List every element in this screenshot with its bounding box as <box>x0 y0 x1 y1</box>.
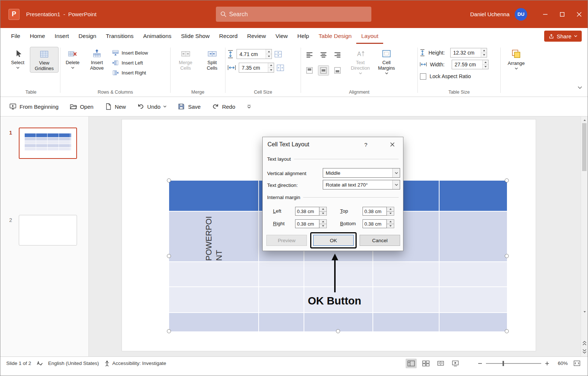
share-button[interactable]: Share <box>544 31 582 42</box>
center-vertically-button[interactable] <box>318 65 329 76</box>
cell-width-down[interactable] <box>268 67 274 72</box>
close-button[interactable] <box>571 0 588 28</box>
arrange-button[interactable]: Arrange <box>505 47 527 70</box>
slide-indicator[interactable]: Slide 1 of 2 <box>6 361 31 366</box>
vertical-scrollbar[interactable] <box>581 116 588 356</box>
next-slide-button[interactable] <box>581 348 588 354</box>
search-box[interactable]: Search <box>216 7 371 22</box>
right-margin-down[interactable] <box>319 224 327 229</box>
collapse-ribbon-button[interactable] <box>574 83 585 92</box>
insert-above-button[interactable]: Insert Above <box>85 47 108 72</box>
vertical-alignment-dropdown[interactable]: Middle <box>323 168 400 178</box>
avatar[interactable]: DU <box>515 8 527 21</box>
language-indicator[interactable]: English (United States) <box>48 361 99 366</box>
tab-help[interactable]: Help <box>293 28 314 44</box>
right-margin-up[interactable] <box>319 219 327 224</box>
selection-handle-bottom-center[interactable] <box>336 329 340 333</box>
tab-layout[interactable]: Layout <box>356 28 383 44</box>
open-button[interactable]: Open <box>70 103 94 110</box>
customize-qat-button[interactable] <box>246 104 252 109</box>
bottom-margin-spinner[interactable] <box>363 219 394 228</box>
align-top-button[interactable] <box>304 65 315 76</box>
insert-left-button[interactable]: Insert Left <box>111 58 151 67</box>
previous-slide-button[interactable] <box>581 340 588 346</box>
selection-handle-mid-left[interactable] <box>167 254 171 258</box>
scroll-up-icon[interactable] <box>581 117 588 123</box>
zoom-level[interactable]: 60% <box>553 361 568 366</box>
lock-aspect-ratio-checkbox[interactable] <box>420 73 426 80</box>
top-margin-up[interactable] <box>387 207 394 212</box>
cell-height-up[interactable] <box>266 49 272 54</box>
accessibility-status[interactable]: Accessibility: Investigate <box>104 360 166 367</box>
cancel-button[interactable]: Cancel <box>360 235 400 246</box>
selection-handle-top-left[interactable] <box>167 178 171 182</box>
bottom-margin-down[interactable] <box>387 224 394 229</box>
selection-handle-bottom-left[interactable] <box>167 329 171 333</box>
bottom-margin-value[interactable] <box>363 219 387 228</box>
tab-design[interactable]: Design <box>74 28 101 44</box>
dropdown-chevron-icon[interactable] <box>392 168 400 177</box>
tab-animations[interactable]: Animations <box>139 28 176 44</box>
scrollbar-thumb[interactable] <box>582 123 587 171</box>
reading-view-button[interactable] <box>435 359 446 368</box>
align-center-button[interactable] <box>318 50 329 60</box>
align-bottom-button[interactable] <box>332 65 343 76</box>
left-margin-value[interactable] <box>295 207 319 216</box>
spellcheck-icon[interactable] <box>36 360 43 367</box>
top-margin-value[interactable] <box>363 207 387 216</box>
dropdown-chevron-icon[interactable] <box>392 180 400 189</box>
new-button[interactable]: New <box>105 103 126 110</box>
zoom-out-icon[interactable] <box>478 361 482 366</box>
view-gridlines-button[interactable]: View Gridlines <box>30 47 59 73</box>
top-margin-down[interactable] <box>387 212 394 216</box>
selection-handle-top-right[interactable] <box>505 178 509 182</box>
minimize-button[interactable] <box>537 0 554 28</box>
left-margin-spinner[interactable] <box>295 207 327 216</box>
table-row[interactable] <box>169 313 507 331</box>
ok-button[interactable]: OK <box>313 235 354 246</box>
zoom-slider[interactable] <box>486 363 541 364</box>
tab-file[interactable]: File <box>6 28 25 44</box>
tab-record[interactable]: Record <box>214 28 242 44</box>
cell-width-input[interactable] <box>239 63 274 73</box>
zoom-slider-thumb[interactable] <box>503 361 504 366</box>
insert-right-button[interactable]: Insert Right <box>111 68 151 77</box>
tab-slide-show[interactable]: Slide Show <box>176 28 214 44</box>
table-width-input[interactable] <box>452 60 489 69</box>
left-margin-up[interactable] <box>319 207 327 212</box>
undo-button[interactable]: Undo <box>137 103 167 110</box>
tab-view[interactable]: View <box>271 28 293 44</box>
save-button[interactable]: Save <box>178 103 200 110</box>
select-button[interactable]: Select <box>7 47 28 70</box>
align-right-button[interactable] <box>332 50 343 60</box>
left-margin-down[interactable] <box>319 212 327 216</box>
table-height-input[interactable] <box>450 48 487 58</box>
dialog-help-button[interactable]: ? <box>361 140 370 149</box>
tab-review[interactable]: Review <box>242 28 271 44</box>
cell-height-input[interactable] <box>237 49 272 59</box>
normal-view-button[interactable] <box>406 359 417 368</box>
tab-insert[interactable]: Insert <box>50 28 74 44</box>
table-width-up[interactable] <box>482 60 488 65</box>
table-height-down[interactable] <box>481 53 487 58</box>
delete-button[interactable]: Delete <box>62 47 83 70</box>
right-margin-spinner[interactable] <box>295 219 327 228</box>
split-cells-button[interactable]: Split Cells <box>200 47 224 72</box>
align-left-button[interactable] <box>304 50 315 60</box>
slide-1-thumbnail[interactable] <box>19 128 77 159</box>
selection-handle-bottom-right[interactable] <box>505 329 509 333</box>
right-margin-value[interactable] <box>295 219 319 228</box>
scroll-down-icon[interactable] <box>581 309 588 315</box>
top-margin-spinner[interactable] <box>363 207 394 216</box>
table-cell-rotated-text[interactable]: POWERPOI​NT <box>169 212 258 261</box>
text-direction-dropdown[interactable]: Rotate all text 270° <box>323 180 400 189</box>
maximize-button[interactable] <box>554 0 571 28</box>
cell-width-up[interactable] <box>268 63 274 67</box>
fit-slide-to-window-button[interactable] <box>571 359 582 368</box>
selection-handle-mid-right[interactable] <box>505 254 509 258</box>
tab-transitions[interactable]: Transitions <box>101 28 138 44</box>
bottom-margin-up[interactable] <box>387 219 394 224</box>
cell-height-down[interactable] <box>266 54 272 59</box>
cell-margins-button[interactable]: Cell Margins <box>374 47 399 75</box>
tab-home[interactable]: Home <box>25 28 50 44</box>
